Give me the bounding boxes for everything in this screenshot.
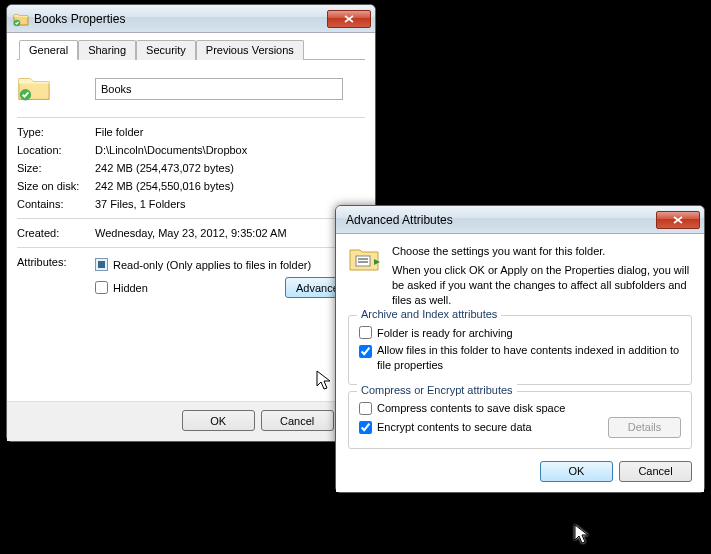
contains-value: 37 Files, 1 Folders: [95, 198, 365, 210]
adv-panel: Choose the settings you want for this fo…: [336, 234, 704, 492]
svg-rect-2: [356, 256, 370, 266]
archiving-checkbox[interactable]: Folder is ready for archiving: [359, 324, 681, 341]
sizeondisk-value: 242 MB (254,550,016 bytes): [95, 180, 365, 192]
hidden-checkbox[interactable]: Hidden: [95, 279, 148, 296]
properties-button-row: OK Cancel A: [7, 401, 375, 441]
compress-encrypt-group: Compress or Encrypt attributes Compress …: [348, 391, 692, 449]
created-label: Created:: [17, 227, 95, 239]
adv-intro-2: When you click OK or Apply on the Proper…: [392, 263, 692, 308]
ok-button[interactable]: OK: [182, 410, 255, 431]
created-value: Wednesday, May 23, 2012, 9:35:02 AM: [95, 227, 365, 239]
adv-titlebar[interactable]: Advanced Attributes: [336, 206, 704, 234]
encrypt-checkbox[interactable]: Encrypt contents to secure data: [359, 419, 532, 436]
readonly-label: Read-only (Only applies to files in fold…: [113, 259, 311, 271]
window-title: Books Properties: [34, 12, 327, 26]
archiving-label: Folder is ready for archiving: [377, 327, 513, 339]
advanced-attributes-window: Advanced Attributes Choose the settings …: [335, 205, 705, 493]
cursor-icon: [574, 524, 590, 546]
compress-encrypt-title: Compress or Encrypt attributes: [357, 384, 517, 396]
adv-close-button[interactable]: [656, 211, 700, 229]
size-label: Size:: [17, 162, 95, 174]
folder-icon: [13, 11, 29, 27]
titlebar[interactable]: Books Properties: [7, 5, 375, 33]
sizeondisk-label: Size on disk:: [17, 180, 95, 192]
adv-window-title: Advanced Attributes: [342, 213, 656, 227]
tab-sharing[interactable]: Sharing: [78, 40, 136, 60]
large-folder-icon: [17, 73, 51, 103]
cancel-button[interactable]: Cancel: [261, 410, 334, 431]
compress-label: Compress contents to save disk space: [377, 402, 565, 414]
tab-general[interactable]: General: [19, 40, 78, 60]
properties-window: Books Properties General Sharing Securit…: [6, 4, 376, 442]
adv-intro-1: Choose the settings you want for this fo…: [392, 244, 692, 259]
indexing-label: Allow files in this folder to have conte…: [377, 343, 681, 372]
close-button[interactable]: [327, 10, 371, 28]
type-label: Type:: [17, 126, 95, 138]
tab-security[interactable]: Security: [136, 40, 196, 60]
attributes-label: Attributes:: [17, 256, 95, 268]
size-value: 242 MB (254,473,072 bytes): [95, 162, 365, 174]
adv-ok-button[interactable]: OK: [540, 461, 613, 482]
tab-previous-versions[interactable]: Previous Versions: [196, 40, 304, 60]
archive-index-title: Archive and Index attributes: [357, 308, 501, 320]
location-label: Location:: [17, 144, 95, 156]
hidden-label: Hidden: [113, 282, 148, 294]
tabstrip: General Sharing Security Previous Versio…: [17, 39, 365, 60]
readonly-checkbox[interactable]: Read-only (Only applies to files in fold…: [95, 256, 365, 273]
archive-index-group: Archive and Index attributes Folder is r…: [348, 315, 692, 385]
type-value: File folder: [95, 126, 365, 138]
compress-checkbox[interactable]: Compress contents to save disk space: [359, 400, 681, 417]
folder-name-input[interactable]: [95, 78, 343, 100]
details-button[interactable]: Details: [608, 417, 681, 438]
adv-cancel-button[interactable]: Cancel: [619, 461, 692, 482]
location-value: D:\Lincoln\Documents\Dropbox: [95, 144, 365, 156]
contains-label: Contains:: [17, 198, 95, 210]
encrypt-label: Encrypt contents to secure data: [377, 421, 532, 433]
general-panel: General Sharing Security Previous Versio…: [7, 33, 375, 401]
indexing-checkbox[interactable]: Allow files in this folder to have conte…: [359, 341, 681, 374]
folder-settings-icon: [348, 244, 382, 307]
